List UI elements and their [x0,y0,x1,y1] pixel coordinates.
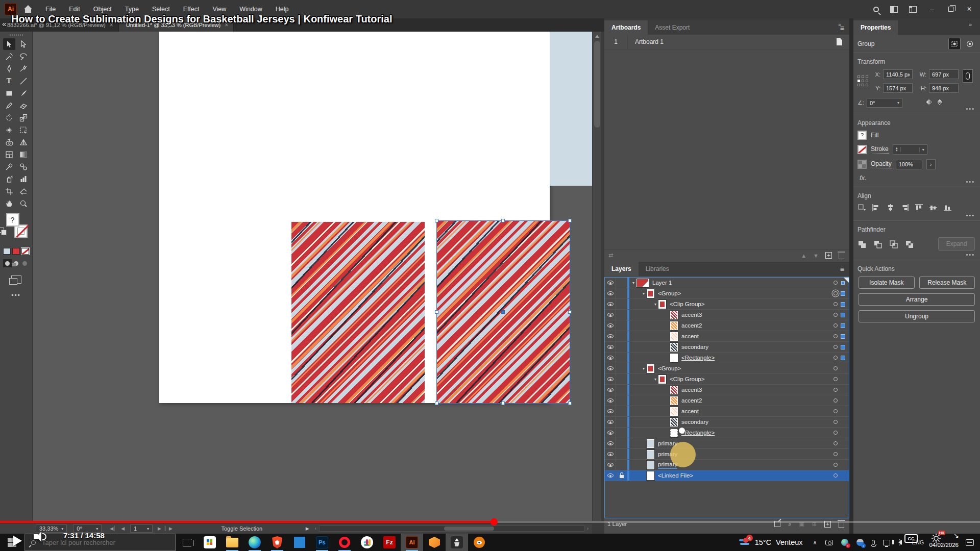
tray-capture-icon[interactable] [825,540,833,545]
width-tool[interactable] [3,124,15,136]
layer-row-accent2b[interactable]: accent2 [605,395,849,406]
selection-square[interactable] [841,313,845,317]
align-center-horizontal-icon[interactable] [886,204,895,213]
visibility-toggle[interactable] [605,310,616,320]
blend-tool[interactable] [17,161,30,172]
target-circle-icon[interactable] [834,313,838,317]
hand-tool[interactable] [3,197,15,209]
layer-thumbnail[interactable] [670,321,678,330]
layer-row-group2[interactable]: ▾ <Group> [605,363,849,374]
layer-thumbnail[interactable] [658,300,666,309]
more-options-icon[interactable]: ••• [966,179,975,185]
visibility-toggle[interactable] [605,428,616,438]
layer-row-layer1[interactable]: ▾ Layer 1 [605,278,849,288]
status-play-icon[interactable]: ▶ [306,526,310,531]
layer-label[interactable]: <Group> [658,290,681,296]
layer-row-rectangle[interactable]: <Rectangle> [605,353,849,363]
flip-horizontal-icon[interactable] [925,98,933,107]
menu-object[interactable]: Object [93,6,112,13]
pathfinder-exclude-icon[interactable] [905,240,914,251]
layer-thumbnail[interactable] [647,439,654,448]
visibility-toggle[interactable] [605,449,616,459]
opacity-options-icon[interactable]: › [926,159,936,169]
vertical-scrollbar[interactable] [592,32,601,521]
selection-handle[interactable] [568,310,572,314]
fill-color-swatch[interactable]: ? [857,131,867,140]
align-left-icon[interactable] [872,204,880,213]
column-graph-tool[interactable] [17,173,30,185]
layer-thumbnail[interactable] [647,289,654,298]
artboard-1-surface[interactable] [159,32,550,403]
layer-row-group[interactable]: ▾ <Group> [605,288,849,299]
tab-artboards[interactable]: Artboards [604,20,648,35]
jersey-pattern-left[interactable] [291,222,425,403]
line-segment-tool[interactable] [17,75,30,87]
artboard-page-icon[interactable] [837,38,842,45]
layer-label[interactable]: <Group> [658,365,681,371]
visibility-toggle[interactable] [605,331,616,341]
video-miniplayer-icon[interactable]: ↘ [953,532,959,539]
target-circle-icon[interactable] [834,431,838,435]
paintbrush-tool[interactable] [17,87,30,99]
video-progress-remaining[interactable] [494,521,980,523]
layer-thumbnail[interactable] [647,450,654,459]
opacity-field[interactable]: 100% [896,160,922,169]
selection-handle[interactable] [435,402,438,405]
pathfinder-minus-front-icon[interactable] [873,240,883,251]
target-circle-targeted-icon[interactable] [834,291,838,295]
layer-thumbnail[interactable] [670,407,678,416]
taskbar-icon-store[interactable] [199,534,221,551]
visibility-toggle[interactable] [605,438,616,448]
selection-square[interactable] [841,302,845,307]
visibility-toggle[interactable] [605,342,616,352]
layer-row-accent3b[interactable]: accent3 [605,385,849,395]
fill-stroke-control[interactable]: ? [2,213,31,242]
tray-network-icon[interactable] [883,540,890,545]
selection-handle[interactable] [435,310,438,314]
visibility-toggle[interactable] [605,470,616,481]
hscroll-left-arrow-icon[interactable]: ‹ [315,526,317,531]
notification-center-icon[interactable] [966,539,974,546]
layer-row-accent3[interactable]: accent3 [605,310,849,320]
draw-inside-mode[interactable] [20,259,29,267]
flip-vertical-icon[interactable] [936,98,944,107]
symbol-sprayer-tool[interactable] [3,173,15,185]
layer-row-primary3[interactable]: primary [605,460,849,470]
layer-row-accent2[interactable]: accent2 [605,320,849,331]
layer-label[interactable]: accent [681,408,699,414]
selection-handle[interactable] [568,402,572,405]
menu-help[interactable]: Help [276,6,289,13]
mesh-tool[interactable] [3,148,15,160]
taskbar-icon-illustrator-active[interactable]: Ai [401,534,423,551]
move-artboard-up-icon[interactable]: ▲ [801,253,806,259]
selection-handle[interactable] [501,402,505,405]
layer-row-secondary[interactable]: secondary [605,342,849,353]
tab-layers[interactable]: Layers [604,262,639,276]
hscroll-right-arrow-icon[interactable]: › [587,526,589,531]
video-back-chevron-icon[interactable]: « [2,19,6,28]
rearrange-artboards-icon[interactable]: ⇄ [608,252,613,259]
more-options-icon[interactable]: ••• [966,252,975,258]
more-options-icon[interactable]: ••• [966,212,975,218]
tab-properties[interactable]: Properties [853,20,898,35]
target-circle-icon[interactable] [834,409,838,413]
lock-toggle[interactable] [616,473,627,478]
expand-button[interactable]: Expand [938,237,975,251]
taskbar-icon-edge[interactable] [243,534,266,551]
video-volume-icon[interactable] [34,532,49,542]
layer-thumbnail[interactable] [670,429,678,437]
target-circle-icon[interactable] [834,366,838,370]
layer-label[interactable]: <Rectangle> [681,430,715,436]
layer-thumbnail[interactable] [647,364,654,373]
rotate-tool[interactable] [3,112,15,123]
close-button[interactable]: × [965,5,974,14]
visibility-toggle[interactable] [605,320,616,331]
minimize-button[interactable]: – [928,5,937,13]
opacity-label[interactable]: Opacity [871,160,892,168]
taskbar-icon-explorer[interactable] [221,534,243,551]
tab-asset-export[interactable]: Asset Export [648,20,697,35]
color-swatch-button[interactable] [3,248,11,255]
stroke-weight-dropdown-icon[interactable]: ▾ [919,147,927,152]
stroke-weight-stepper[interactable]: ▲▼ ▾ [893,144,927,155]
restore-button[interactable] [948,7,953,12]
